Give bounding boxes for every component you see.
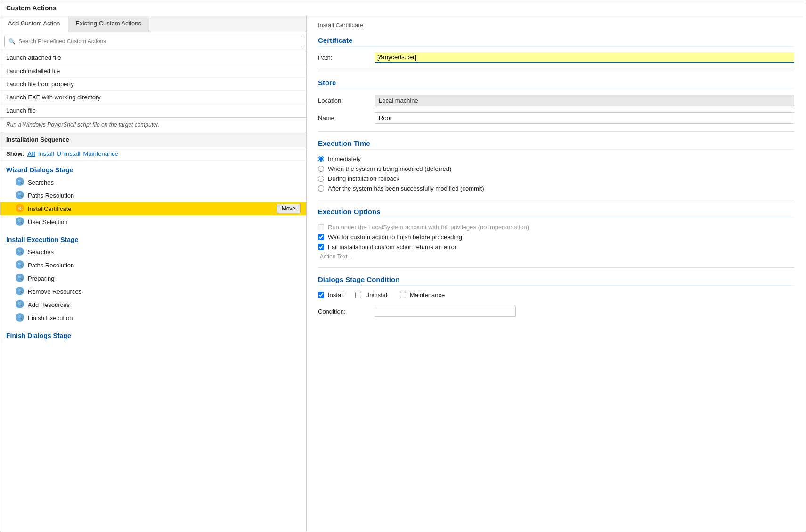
search-icon: 🔍 <box>16 177 25 187</box>
app-title: Custom Actions <box>6 4 57 12</box>
stage-item-label: User Selection <box>28 218 301 226</box>
store-section-heading: Store <box>318 79 794 89</box>
search-icon: 🔍 <box>16 260 25 270</box>
execution-time-divider <box>318 200 794 200</box>
finish-dialogs-stage: Finish Dialogs Stage <box>0 326 306 343</box>
checkbox-run-localsystem-input[interactable] <box>318 224 324 230</box>
search-icon: 🔍 <box>16 313 25 322</box>
store-divider <box>318 131 794 132</box>
checkbox-fail-input[interactable] <box>318 244 324 250</box>
condition-maintenance-input[interactable] <box>400 292 406 298</box>
name-field-row: Name: <box>318 112 794 124</box>
stage-item-add-resources[interactable]: 🔍 Add Resources <box>0 298 306 311</box>
checkbox-wait-input[interactable] <box>318 234 324 240</box>
list-item[interactable]: Launch EXE with working directory <box>0 91 306 104</box>
path-field-row: Path: <box>318 52 794 63</box>
path-label: Path: <box>318 54 375 61</box>
search-box: 🔍 <box>4 36 302 47</box>
radio-commit: After the system has been successfully m… <box>318 185 794 192</box>
filter-uninstall[interactable]: Uninstall <box>57 150 81 157</box>
condition-uninstall-checkbox: Uninstall <box>355 291 389 298</box>
checkbox-run-localsystem: Run under the LocalSystem account with f… <box>318 224 794 231</box>
description-text: Run a Windows PowerShell script file on … <box>0 118 306 132</box>
condition-row: Condition: <box>318 306 794 317</box>
install-execution-stage: Install Execution Stage 🔍 Searches 🔍 Pat… <box>0 230 306 326</box>
condition-input[interactable] <box>375 306 516 317</box>
filter-maintenance[interactable]: Maintenance <box>83 150 118 157</box>
radio-deferred-input[interactable] <box>318 166 324 172</box>
search-icon: 🔍 <box>16 217 25 226</box>
options-divider <box>318 267 794 268</box>
stage-item-label: Add Resources <box>28 301 301 308</box>
condition-uninstall-input[interactable] <box>355 292 361 298</box>
radio-immediately-input[interactable] <box>318 156 324 162</box>
install-sequence-header: Installation Sequence <box>0 132 306 147</box>
show-filter: Show: All Install Uninstall Maintenance <box>0 147 306 161</box>
left-panel: Add Custom Action Existing Custom Action… <box>0 16 307 532</box>
dialogs-condition-heading: Dialogs Stage Condition <box>318 275 794 286</box>
stage-item-searches-wizard[interactable]: 🔍 Searches <box>0 176 306 189</box>
checkbox-wait: Wait for custom action to finish before … <box>318 234 794 241</box>
filter-install[interactable]: Install <box>38 150 54 157</box>
stage-item-label: Paths Resolution <box>28 192 301 199</box>
stage-item-remove-resources[interactable]: 🔍 Remove Resources <box>0 285 306 298</box>
wizard-dialogs-title: Wizard Dialogs Stage <box>0 162 306 176</box>
main-container: Custom Actions Add Custom Action Existin… <box>0 0 806 532</box>
stage-item-label: Remove Resources <box>28 288 301 295</box>
condition-maintenance-checkbox: Maintenance <box>400 291 445 298</box>
search-box-wrapper: 🔍 <box>0 32 306 51</box>
tab-add-custom-action[interactable]: Add Custom Action <box>0 16 68 32</box>
radio-rollback-input[interactable] <box>318 176 324 182</box>
condition-label: Condition: <box>318 308 375 315</box>
list-item[interactable]: Launch installed file <box>0 64 306 78</box>
filter-all[interactable]: All <box>27 150 35 157</box>
search-icon: 🔍 <box>16 191 25 200</box>
path-input[interactable] <box>375 52 794 63</box>
stage-item-searches-install[interactable]: 🔍 Searches <box>0 245 306 258</box>
radio-commit-input[interactable] <box>318 185 324 192</box>
list-item[interactable]: Launch file <box>0 104 306 117</box>
list-item[interactable]: Launch file from property <box>0 78 306 91</box>
stage-item-label: Searches <box>28 249 301 256</box>
stage-item-label: Preparing <box>28 275 301 282</box>
search-icon: 🔍 <box>16 247 25 257</box>
search-icon: 🔍 <box>8 38 16 45</box>
stage-item-label: Finish Execution <box>28 314 301 322</box>
location-field-row: Location: <box>318 95 794 106</box>
radio-deferred: When the system is being modified (defer… <box>318 165 794 172</box>
execution-options-heading: Execution Options <box>318 208 794 218</box>
certificate-divider <box>318 71 794 71</box>
stage-item-label: Searches <box>28 179 301 186</box>
cog-icon: ⚙ <box>16 204 25 213</box>
stage-item-install-certificate[interactable]: ⚙ InstallCertificate Move <box>0 202 306 215</box>
action-list-scroll[interactable]: Launch attached file Launch installed fi… <box>0 51 306 117</box>
name-input[interactable] <box>375 112 794 124</box>
condition-install-checkbox: Install <box>318 291 344 298</box>
search-icon: 🔍 <box>16 287 25 296</box>
move-button[interactable]: Move <box>277 204 301 213</box>
stage-item-preparing[interactable]: 🔍 Preparing <box>0 272 306 285</box>
right-panel: Install Certificate Certificate Path: St… <box>307 16 806 532</box>
wizard-dialogs-stage: Wizard Dialogs Stage 🔍 Searches 🔍 Paths … <box>0 161 306 230</box>
search-input[interactable] <box>18 38 298 45</box>
stage-item-label: InstallCertificate <box>28 205 277 212</box>
title-bar: Custom Actions <box>0 0 806 16</box>
stage-item-finish-execution[interactable]: 🔍 Finish Execution <box>0 311 306 324</box>
radio-immediately: Immediately <box>318 155 794 162</box>
execution-time-heading: Execution Time <box>318 139 794 150</box>
right-panel-title: Install Certificate <box>318 22 794 29</box>
stage-item-paths-resolution-wizard[interactable]: 🔍 Paths Resolution <box>0 189 306 202</box>
content-area: Add Custom Action Existing Custom Action… <box>0 16 806 532</box>
location-input[interactable] <box>375 95 794 106</box>
stage-item-user-selection[interactable]: 🔍 User Selection <box>0 215 306 228</box>
search-icon: 🔍 <box>16 274 25 283</box>
stage-item-label: Paths Resolution <box>28 262 301 269</box>
execution-time-radio-group: Immediately When the system is being mod… <box>318 155 794 192</box>
condition-checkboxes: Install Uninstall Maintenance <box>318 291 794 301</box>
name-label: Name: <box>318 114 375 121</box>
condition-install-input[interactable] <box>318 292 324 298</box>
tab-existing-custom-actions[interactable]: Existing Custom Actions <box>68 16 149 32</box>
list-item[interactable]: Launch attached file <box>0 51 306 64</box>
stage-item-paths-resolution-install[interactable]: 🔍 Paths Resolution <box>0 258 306 272</box>
certificate-section-heading: Certificate <box>318 36 794 47</box>
